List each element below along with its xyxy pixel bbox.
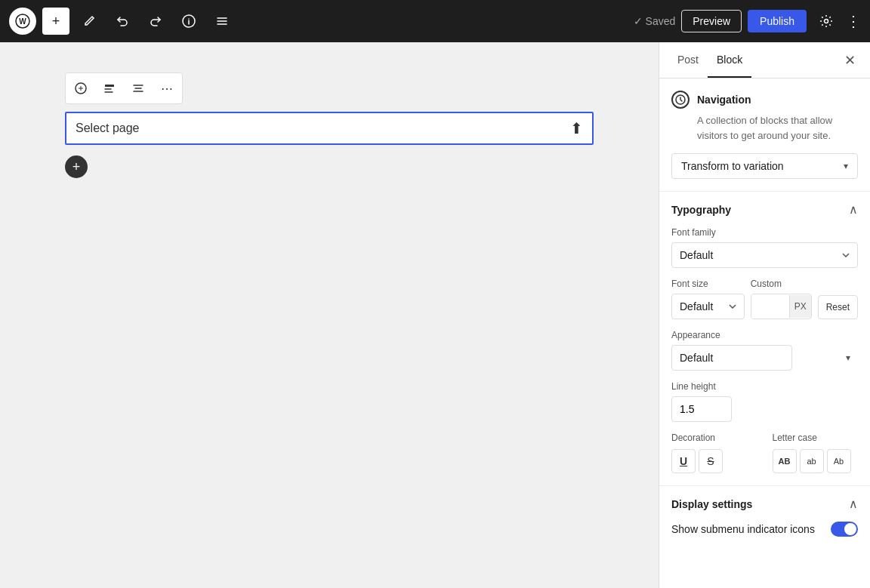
saved-status: ✓ Saved — [634, 15, 676, 27]
svg-text:W: W — [19, 17, 26, 26]
appearance-select-wrap: Default ▾ — [671, 345, 858, 371]
canvas-inner: ⋯ Select page ⬆ + — [65, 72, 594, 178]
submenu-indicator-label: Show submenu indicator icons — [671, 523, 815, 535]
font-family-row: Font family Default — [671, 227, 858, 268]
titlecase-button[interactable]: Ab — [827, 449, 851, 473]
submenu-indicator-row: Show submenu indicator icons — [671, 522, 858, 537]
align-center-button[interactable] — [125, 75, 152, 102]
letter-case-buttons: AB ab Ab — [773, 449, 859, 473]
more-options-button[interactable]: ⋮ — [846, 12, 861, 30]
display-settings-header[interactable]: Display settings ∧ — [671, 497, 858, 511]
custom-input-col: Custom PX — [751, 279, 812, 319]
reset-font-size-button[interactable]: Reset — [818, 295, 858, 319]
check-icon: ✓ — [634, 15, 643, 27]
custom-unit-label: PX — [789, 295, 811, 318]
display-settings-toggle-icon: ∧ — [849, 497, 858, 511]
font-family-select[interactable]: Default — [671, 242, 858, 268]
appearance-chevron-icon: ▾ — [846, 352, 850, 363]
sidebar: Post Block ✕ Navigation A collection of — [659, 42, 870, 588]
info-button[interactable] — [175, 8, 202, 35]
custom-input-wrap: PX — [751, 294, 812, 319]
font-size-select[interactable]: Default — [671, 294, 745, 319]
sidebar-tabs: Post Block ✕ — [659, 42, 870, 79]
appearance-label: Appearance — [671, 330, 858, 340]
submenu-indicator-toggle[interactable] — [831, 522, 858, 537]
lowercase-button[interactable]: ab — [800, 449, 824, 473]
uppercase-button[interactable]: AB — [773, 449, 797, 473]
transform-to-variation-button[interactable]: Transform to variation ▾ — [671, 153, 858, 179]
tab-block[interactable]: Block — [708, 43, 751, 78]
select-page-field[interactable]: Select page ⬆ — [65, 112, 594, 145]
publish-button[interactable]: Publish — [748, 10, 807, 32]
cursor-icon: ⬆ — [570, 119, 583, 137]
tab-post[interactable]: Post — [668, 43, 708, 78]
appearance-row: Appearance Default ▾ — [671, 330, 858, 371]
preview-button[interactable]: Preview — [681, 10, 742, 32]
line-height-row: Line height — [671, 381, 858, 422]
letter-case-col: Letter case AB ab Ab — [773, 433, 859, 473]
typography-toggle-icon: ∧ — [849, 202, 858, 217]
redo-button[interactable] — [142, 8, 169, 35]
decoration-label: Decoration — [671, 433, 757, 443]
custom-label: Custom — [751, 279, 812, 289]
select-page-text: Select page — [76, 122, 570, 135]
list-view-button[interactable] — [208, 8, 236, 35]
block-toolbar: ⋯ — [65, 72, 183, 104]
line-height-input[interactable] — [671, 396, 732, 422]
strikethrough-button[interactable]: S — [699, 449, 723, 473]
font-size-label: Font size — [671, 279, 745, 289]
typography-section: Typography ∧ Font family Default — [659, 192, 870, 486]
sidebar-close-button[interactable]: ✕ — [838, 49, 861, 72]
topbar: W + ✓ Saved — [0, 0, 870, 42]
decoration-buttons: U S — [671, 449, 757, 473]
navigation-description: A collection of blocks that allow visito… — [697, 113, 858, 143]
navigation-icon — [671, 91, 690, 109]
svg-rect-5 — [105, 85, 114, 87]
typography-header[interactable]: Typography ∧ — [659, 192, 870, 227]
font-size-col: Font size Default — [671, 279, 745, 319]
letter-case-label: Letter case — [773, 433, 859, 443]
display-settings-section: Display settings ∧ Show submenu indicato… — [659, 486, 870, 547]
add-block-topbar-button[interactable]: + — [42, 8, 69, 35]
decoration-col: Decoration U S — [671, 433, 757, 473]
font-size-row: Font size Default Custom PX — [671, 279, 858, 319]
typography-content: Font family Default Font size — [659, 227, 870, 485]
custom-size-input[interactable] — [751, 294, 789, 319]
undo-button[interactable] — [109, 8, 136, 35]
navigation-header: Navigation — [671, 91, 858, 109]
display-settings-title: Display settings — [671, 498, 752, 510]
edit-tool-button[interactable] — [76, 8, 103, 35]
main-layout: ⋯ Select page ⬆ + Post — [0, 42, 870, 588]
more-block-options-button[interactable]: ⋯ — [153, 75, 180, 102]
decoration-letter-case-row: Decoration U S Letter case — [671, 433, 858, 473]
svg-point-3 — [825, 20, 828, 23]
transform-chevron-icon: ▾ — [844, 161, 848, 171]
align-left-button[interactable] — [96, 75, 123, 102]
settings-button[interactable] — [813, 8, 840, 35]
wp-logo-icon: W — [9, 8, 36, 35]
canvas-area: ⋯ Select page ⬆ + — [0, 42, 659, 588]
line-height-label: Line height — [671, 381, 858, 392]
font-family-label: Font family — [671, 227, 858, 238]
navigation-section: Navigation A collection of blocks that a… — [659, 79, 870, 192]
block-type-button[interactable] — [67, 75, 94, 102]
add-block-canvas-button[interactable]: + — [65, 155, 88, 178]
underline-button[interactable]: U — [671, 449, 696, 473]
appearance-select[interactable]: Default — [671, 345, 792, 371]
navigation-title: Navigation — [697, 94, 751, 106]
